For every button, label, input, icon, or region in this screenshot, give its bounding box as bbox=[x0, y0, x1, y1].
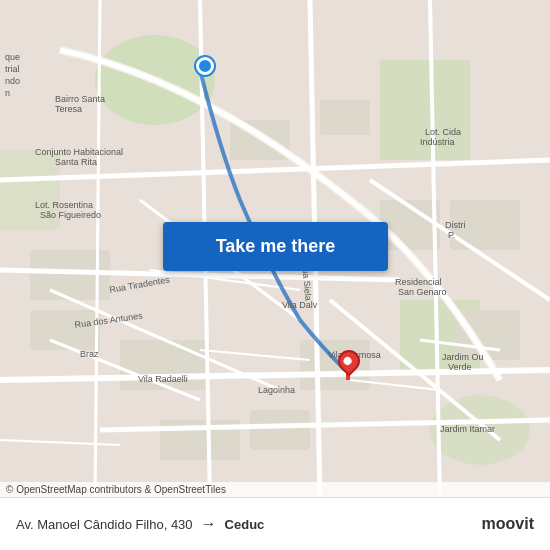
svg-rect-14 bbox=[250, 410, 310, 450]
svg-text:Santa Rita: Santa Rita bbox=[55, 157, 97, 167]
svg-text:trial: trial bbox=[5, 64, 20, 74]
moovit-text: moovit bbox=[482, 515, 534, 533]
origin-marker bbox=[196, 57, 214, 75]
attribution-text: © OpenStreetMap contributors & OpenStree… bbox=[6, 484, 226, 495]
map-container: Rua Tiradentes Rua dos Antunes Braz Vila… bbox=[0, 0, 550, 497]
take-me-there-button[interactable]: Take me there bbox=[163, 222, 388, 271]
svg-text:Verde: Verde bbox=[448, 362, 472, 372]
svg-text:Vila Radaelli: Vila Radaelli bbox=[138, 374, 188, 384]
svg-text:Residencial: Residencial bbox=[395, 277, 442, 287]
svg-text:Teresa: Teresa bbox=[55, 104, 82, 114]
map-attribution: © OpenStreetMap contributors & OpenStree… bbox=[0, 482, 550, 497]
svg-text:Indústria: Indústria bbox=[420, 137, 455, 147]
destination-marker bbox=[338, 350, 362, 382]
route-to: Ceduc bbox=[225, 517, 265, 532]
svg-text:Lot. Rosentina: Lot. Rosentina bbox=[35, 200, 93, 210]
svg-text:n: n bbox=[5, 88, 10, 98]
svg-text:San Genaro: San Genaro bbox=[398, 287, 447, 297]
svg-text:Jardim Itamar: Jardim Itamar bbox=[440, 424, 495, 434]
bottom-bar: Av. Manoel Cândido Filho, 430 → Ceduc mo… bbox=[0, 497, 550, 550]
svg-text:São Figueiredo: São Figueiredo bbox=[40, 210, 101, 220]
svg-text:ndo: ndo bbox=[5, 76, 20, 86]
svg-text:que: que bbox=[5, 52, 20, 62]
svg-text:Braz: Braz bbox=[80, 349, 99, 359]
svg-rect-7 bbox=[30, 310, 100, 350]
svg-text:Lot. Cida: Lot. Cida bbox=[425, 127, 461, 137]
svg-text:Lagoinha: Lagoinha bbox=[258, 385, 295, 395]
svg-text:Jardim Ou: Jardim Ou bbox=[442, 352, 484, 362]
svg-text:Conjunto Habitacional: Conjunto Habitacional bbox=[35, 147, 123, 157]
svg-text:Vila Dalv: Vila Dalv bbox=[282, 300, 318, 310]
svg-text:P.: P. bbox=[448, 230, 455, 240]
svg-text:Bairro Santa: Bairro Santa bbox=[55, 94, 105, 104]
svg-rect-10 bbox=[320, 100, 370, 135]
route-from: Av. Manoel Cândido Filho, 430 bbox=[16, 517, 193, 532]
svg-text:Distri: Distri bbox=[445, 220, 466, 230]
route-info: Av. Manoel Cândido Filho, 430 → Ceduc bbox=[16, 515, 482, 533]
moovit-logo: moovit bbox=[482, 515, 534, 533]
route-arrow: → bbox=[201, 515, 217, 533]
